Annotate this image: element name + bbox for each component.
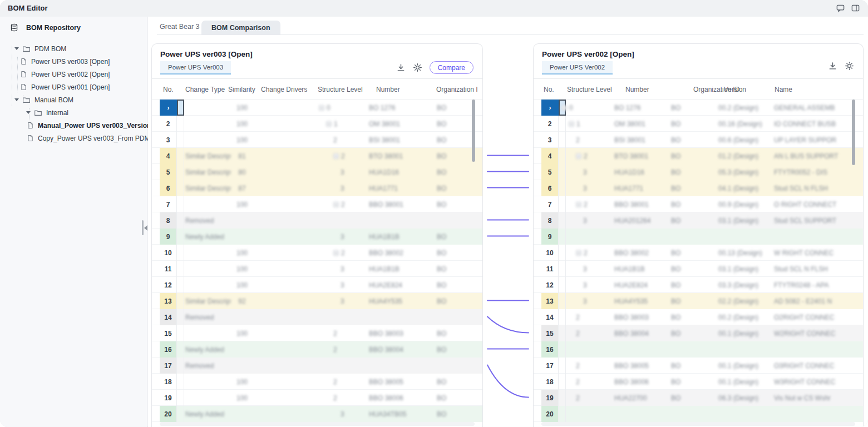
sidebar-item-internal[interactable]: Internal — [0, 106, 147, 119]
table-row[interactable]: 101002BBO 38002BO — [152, 245, 482, 261]
selected-cell[interactable] — [177, 100, 184, 116]
table-row[interactable]: 72BBO 38001BO00.9 (Design)O RIGHT CONNEC… — [534, 196, 863, 212]
table-row[interactable]: 32BSI 38001BO00.6 (Design)UP LAYER SUPPO… — [534, 132, 863, 148]
table-row[interactable]: 16 — [534, 341, 863, 358]
table-row[interactable]: 102BBO 38002BO00.13 (Design)W RIGHT CONN… — [534, 245, 863, 261]
table-cell: HUA1B1B — [614, 261, 667, 277]
collapse-box-icon[interactable] — [561, 105, 567, 111]
row-handle-cell — [559, 148, 566, 164]
row-background — [559, 341, 863, 358]
table-row[interactable]: 152BBO 38004BO00.1 (Design)W2RIGHT CONNE… — [534, 325, 863, 341]
table-cell: BO — [671, 293, 702, 309]
table-row[interactable]: 9Newly Added3HUA1B1BBO — [152, 229, 482, 245]
table-row[interactable]: 182BBO 38006BO00.1 (Design)W3RIGHT CONNE… — [534, 374, 863, 390]
folder-icon — [22, 44, 31, 53]
right-panel-subtab[interactable]: Power UPS Ver002 — [542, 61, 613, 75]
table-row[interactable]: 1›0BO 1276BO00.2 (Design)GENERAL ASSEMB — [534, 100, 863, 116]
table-row[interactable]: 53HUA1D16BO05.3 (Design)FTYTR0052 - DIS — [534, 164, 863, 180]
table-row[interactable]: 9 — [534, 229, 863, 245]
left-table-scrollbar[interactable] — [472, 100, 475, 162]
left-panel-subtab[interactable]: Power UPS Ver003 — [160, 61, 231, 75]
sidebar-item-copy-power-ups-ver003-from-pdm-open[interactable]: Copy_Power UPS ver003_From PDM [Open] — [0, 132, 147, 145]
settings-icon[interactable] — [845, 61, 854, 71]
sidebar-item-power-ups-ver002-open[interactable]: Power UPS ver002 [Open] — [0, 68, 147, 81]
caret-down-icon[interactable] — [14, 47, 19, 50]
structure-level-cell: 3 — [583, 180, 617, 196]
table-row[interactable]: 113HUA1B1BBO03.1 (Design)Stud SCL N FLSH — [534, 261, 863, 277]
collapse-box-icon[interactable] — [576, 153, 581, 159]
chevron-left-icon — [144, 225, 147, 231]
table-row[interactable]: 14Removed — [152, 309, 482, 325]
collapse-box-icon[interactable] — [319, 105, 324, 111]
table-row[interactable]: 16Newly Added2BBO 38004BO — [152, 341, 482, 358]
table-cell: BO — [437, 341, 465, 358]
table-row[interactable]: 63HUA1771BO04.1 (Design)Stud SCL N FLSH — [534, 180, 863, 196]
row-expander-button[interactable]: › — [160, 100, 177, 116]
sidebar-item-power-ups-ver003-open[interactable]: Power UPS ver003 [Open] — [0, 55, 147, 68]
row-handle-cell — [177, 341, 184, 358]
collapse-box-icon[interactable] — [576, 250, 581, 256]
comment-icon[interactable] — [836, 3, 845, 13]
table-row[interactable]: 121003HUA2E824BO — [152, 277, 482, 293]
structure-level-cell: 3 — [583, 261, 617, 277]
sidebar-item-manual-bom[interactable]: Manual BOM — [0, 93, 147, 106]
table-row[interactable]: 42BTO 38001BO01.2 (Design)AN L BUS SUPPO… — [534, 148, 863, 164]
tab-great-bear-3[interactable]: Great Bear 3 — [160, 23, 200, 31]
table-row[interactable]: 71002BBO 38001BO — [152, 196, 482, 212]
collapse-box-icon[interactable] — [576, 202, 581, 207]
settings-icon[interactable] — [413, 63, 422, 72]
download-icon[interactable] — [828, 61, 837, 71]
collapse-box-icon[interactable] — [569, 121, 574, 127]
row-number-cell: 3 — [541, 132, 559, 148]
collapse-box-icon[interactable] — [333, 153, 339, 159]
right-table-hscrollbar[interactable] — [541, 422, 855, 426]
table-row[interactable]: 31002BSI 38001BO — [152, 132, 482, 148]
table-row[interactable]: 123HUA2E824BO03.3 (Design)FTYTR0248 - AP… — [534, 277, 863, 293]
table-row[interactable]: 83HUA201264BO03.1 (Design)Stud SCL SUPPO… — [534, 212, 863, 229]
left-table-hscrollbar[interactable] — [160, 422, 475, 426]
table-row[interactable]: 111003HUA1B1BBO — [152, 261, 482, 277]
table-row[interactable]: 6Similar Descriptio873HUA1771BO — [152, 180, 482, 196]
caret-down-icon[interactable] — [14, 98, 19, 101]
row-number-cell: 19 — [160, 390, 177, 406]
table-row[interactable]: 142BBO 38003BO00.2 (Design)O2RIGHT CONNE… — [534, 309, 863, 325]
sidebar-item-manual-power-ups-ver003-version-1-open[interactable]: Manual_Power UPS ver003_Version 1 [Open] — [0, 119, 147, 132]
sidebar-collapse-handle[interactable] — [142, 220, 147, 235]
table-row[interactable]: 17Removed — [152, 358, 482, 374]
panel-icon[interactable] — [851, 3, 860, 13]
table-row[interactable]: 172BBO 38005BO00.1 (Design)O3RIGHT CONNE… — [534, 358, 863, 374]
download-icon[interactable] — [396, 63, 406, 72]
collapse-box-icon[interactable] — [326, 121, 332, 127]
table-row[interactable]: 4Similar Descriptio812BTO 38001BO — [152, 148, 482, 164]
table-cell: BO — [671, 148, 702, 164]
table-cell: BO — [437, 100, 465, 116]
table-row[interactable]: 20Newly Added3HUA34TB05BO — [152, 406, 482, 422]
table-row[interactable]: 8Removed — [152, 212, 482, 229]
row-number-cell: 5 — [160, 164, 177, 180]
sidebar-item-power-ups-ver001-open[interactable]: Power UPS ver001 [Open] — [0, 81, 147, 93]
collapse-box-icon[interactable] — [333, 250, 339, 256]
sidebar-item-pdm-bom[interactable]: PDM BOM — [0, 42, 147, 55]
table-row[interactable]: 21001OM 38001BO — [152, 116, 482, 132]
collapse-box-icon[interactable] — [333, 202, 339, 207]
table-row[interactable]: 133HUA4Y535BO02.2 (Design)AD 5082 - E240… — [534, 293, 863, 309]
table-row[interactable]: 192HUA22700BO06.3 (Design)Vis Nut w CS W… — [534, 390, 863, 406]
table-row[interactable]: 13Similar Descriptio923HUA4Y535BO — [152, 293, 482, 309]
table-row[interactable]: 5Similar Descriptio803HUA1D16BO — [152, 164, 482, 180]
caret-down-icon[interactable] — [26, 111, 31, 114]
right-table-scrollbar[interactable] — [852, 100, 855, 165]
table-cell: BO — [671, 358, 702, 374]
table-row[interactable]: 1›1000BO 1276BO — [152, 100, 482, 116]
table-row[interactable]: 151002BBO 38003BO — [152, 325, 482, 341]
structure-level-cell: 2 — [333, 132, 367, 148]
table-cell: AN L BUS SUPPORT — [774, 148, 848, 164]
table-row[interactable]: 181002BBO 38005BO — [152, 374, 482, 390]
compare-button[interactable]: Compare — [430, 61, 474, 74]
table-row[interactable]: 191002BBO 38006BO — [152, 390, 482, 406]
row-handle-cell — [559, 293, 566, 309]
tab-bom-comparison[interactable]: BOM Comparison — [201, 21, 280, 35]
row-expander-button[interactable]: › — [541, 100, 559, 116]
table-row[interactable]: 21OM 38001BO00.16 (Design)IO CONNECT BUS… — [534, 116, 863, 132]
sidebar-item-bom-repository[interactable]: BOM Repository — [10, 23, 81, 32]
table-row[interactable]: 20 — [534, 406, 863, 422]
